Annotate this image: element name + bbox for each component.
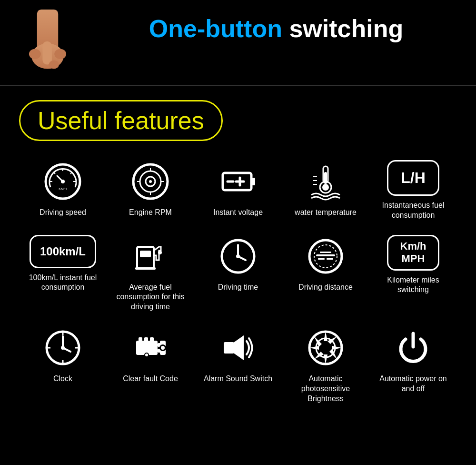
feature-engine-rpm: Engine RPM: [107, 155, 194, 225]
feature-clock: Clock: [19, 322, 107, 408]
100km-icon: 100km/L: [30, 235, 96, 268]
title-white: switching: [282, 15, 403, 42]
features-section: Useful features: [0, 86, 476, 418]
feature-label-100km: 100km/L instant fuel consumption: [27, 273, 99, 293]
feature-label-driving-speed: Driving speed: [40, 208, 86, 218]
features-heading: Useful features: [19, 100, 223, 141]
feature-fuel-consumption: L/H Instantaneous fuel consumption: [369, 155, 457, 225]
svg-rect-68: [224, 342, 234, 354]
svg-point-67: [145, 354, 148, 356]
power-icon: [392, 326, 435, 369]
kmh-mph-icon: Km/h MPH: [387, 235, 439, 271]
feature-alarm: Alarm Sound Switch: [194, 322, 282, 408]
feature-water-temp: water temperature: [282, 155, 369, 225]
svg-marker-69: [234, 335, 244, 360]
lh-icon: L/H: [387, 160, 439, 196]
feature-label-photosensitive: Automatic photosensitive Brightness: [290, 374, 361, 404]
svg-rect-36: [140, 251, 151, 257]
feature-100km: 100km/L 100km/L instant fuel consumption: [19, 230, 107, 317]
feature-label-clear-fault: Clear fault Code: [123, 374, 178, 384]
svg-rect-48: [320, 252, 331, 253]
feature-label-driving-distance: Driving distance: [298, 283, 353, 293]
feature-instant-voltage: Instant voltage: [194, 155, 282, 225]
top-section: One-button switching: [0, 0, 476, 86]
svg-point-4: [29, 49, 41, 59]
top-title: One-button switching: [95, 0, 457, 43]
fuel-avg-icon: [129, 235, 172, 278]
feature-clear-fault: Clear fault Code: [107, 322, 194, 408]
feature-label-driving-time: Driving time: [218, 283, 258, 293]
distance-icon: [304, 235, 347, 278]
speedometer-icon: KM/H: [41, 160, 84, 203]
feature-driving-time: Driving time: [194, 230, 282, 317]
svg-point-31: [322, 184, 329, 191]
photo-icon: [304, 326, 347, 369]
svg-point-65: [161, 346, 165, 350]
clock-icon: [41, 326, 84, 369]
top-title-text: One-button switching: [149, 14, 403, 43]
svg-point-3: [54, 49, 66, 59]
feature-label-clock: Clock: [53, 374, 72, 384]
svg-point-5: [49, 61, 59, 69]
svg-point-37: [158, 251, 162, 254]
svg-text:KM/H: KM/H: [59, 187, 67, 191]
feature-driving-speed: KM/H Driving speed: [19, 155, 107, 225]
feature-label-alarm: Alarm Sound Switch: [204, 374, 272, 384]
feature-label-fuel-consumption: Instantaneous fuel consumption: [377, 201, 449, 221]
hand-image: [0, 0, 95, 86]
svg-point-18: [149, 180, 152, 183]
feature-power: Automatic power on and off: [369, 322, 457, 408]
water-temp-icon: [304, 160, 347, 203]
feature-label-engine-rpm: Engine RPM: [129, 208, 172, 218]
driving-time-icon: [217, 235, 259, 278]
feature-label-km-switch: Kilometer miles switching: [377, 275, 449, 295]
alarm-icon: [217, 326, 259, 369]
engine-icon: [129, 326, 172, 369]
feature-label-water-temp: water temperature: [295, 208, 357, 218]
feature-photosensitive: Automatic photosensitive Brightness: [282, 322, 369, 408]
svg-rect-46: [318, 258, 325, 260]
feature-driving-distance: Driving distance: [282, 230, 369, 317]
features-grid: KM/H Driving speed Engine: [14, 155, 462, 408]
svg-rect-60: [150, 337, 154, 342]
feature-km-switch: Km/h MPH Kilometer miles switching: [369, 230, 457, 317]
svg-rect-38: [135, 267, 156, 270]
rpm-icon: [129, 160, 172, 203]
title-blue: One-button: [149, 15, 282, 42]
feature-label-power: Automatic power on and off: [377, 374, 449, 394]
svg-point-42: [236, 254, 240, 258]
svg-rect-47: [327, 258, 333, 260]
svg-rect-45: [316, 254, 335, 256]
svg-point-13: [61, 180, 65, 183]
svg-point-52: [61, 346, 65, 350]
svg-rect-58: [139, 337, 142, 342]
features-heading-text: Useful features: [38, 107, 204, 134]
feature-label-instant-voltage: Instant voltage: [213, 208, 263, 218]
feature-label-avg-fuel: Average fuel consumption for this drivin…: [115, 283, 186, 312]
feature-avg-fuel: Average fuel consumption for this drivin…: [107, 230, 194, 317]
voltage-icon: [217, 160, 259, 203]
svg-rect-2: [42, 41, 52, 65]
svg-rect-35: [137, 247, 154, 268]
svg-rect-59: [144, 337, 148, 342]
svg-rect-24: [251, 178, 255, 185]
